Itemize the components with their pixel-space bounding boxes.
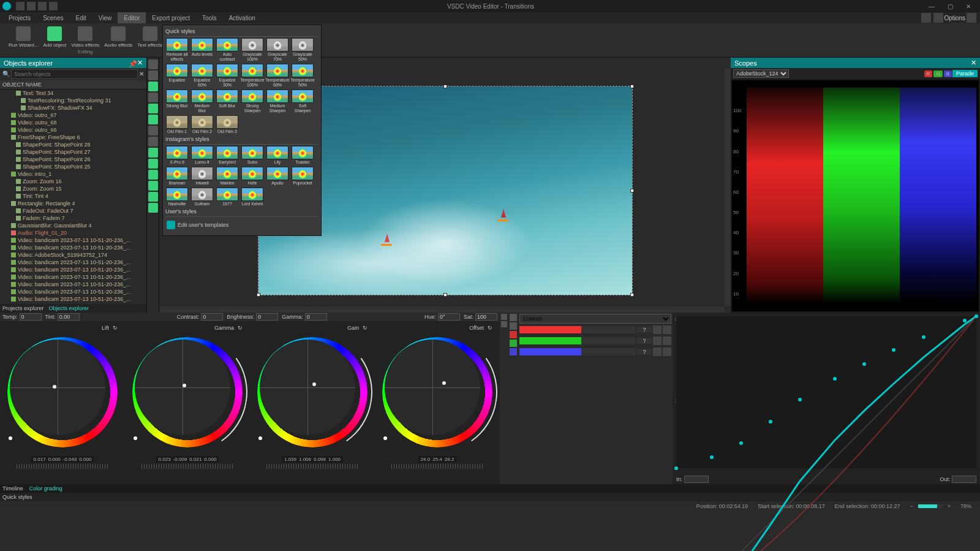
- tree-node[interactable]: ShapePoint: ShapePoint 25: [0, 163, 146, 170]
- menu-tools[interactable]: Tools: [196, 12, 222, 23]
- curve-canvas[interactable]: [676, 316, 976, 468]
- menu-projects[interactable]: Projects: [2, 12, 37, 23]
- wheel-outer-handle[interactable]: [9, 436, 12, 440]
- gear-icon[interactable]: [933, 13, 943, 23]
- reset-icon[interactable]: ↻: [238, 325, 243, 331]
- tab-projects-explorer[interactable]: Projects explorer: [2, 305, 44, 311]
- hue-input[interactable]: [438, 313, 460, 321]
- add-object-button[interactable]: Add object: [43, 26, 66, 48]
- style-thumb[interactable]: Equalize 60%: [190, 64, 214, 88]
- tint-input[interactable]: [58, 313, 80, 321]
- link-icon[interactable]: [653, 336, 662, 345]
- counter-tool-icon[interactable]: [148, 181, 158, 191]
- clear-search-icon[interactable]: ✕: [138, 69, 145, 79]
- style-thumb[interactable]: 1977: [216, 188, 239, 207]
- wheel-outer-handle[interactable]: [258, 436, 262, 440]
- reset-icon[interactable]: [663, 348, 671, 356]
- style-thumb[interactable]: Soft Blur: [216, 89, 239, 113]
- style-thumb[interactable]: Auto contrast: [216, 38, 239, 62]
- wheel-outer-handle[interactable]: [134, 436, 137, 440]
- scope-r-badge[interactable]: R: [924, 70, 933, 77]
- tree-node[interactable]: Video: bandicam 2023-07-13 10-51-20-236_…: [0, 281, 146, 288]
- tab-color-grading[interactable]: Color grading: [29, 485, 62, 492]
- tree-node[interactable]: Rectangle: Rectangle 4: [0, 200, 146, 207]
- tree-node[interactable]: ShapePoint: ShapePoint 26: [0, 156, 146, 163]
- curve-point[interactable]: [963, 319, 967, 322]
- misc-tool-icon[interactable]: [148, 192, 158, 202]
- style-thumb[interactable]: Strong Sharpen: [241, 89, 264, 113]
- layout-icon[interactable]: [921, 13, 931, 23]
- tree-node[interactable]: TextRecoloring: TextRecoloring 31: [0, 97, 146, 104]
- menu-view[interactable]: View: [92, 12, 118, 23]
- style-thumb[interactable]: Poprocket: [291, 167, 314, 186]
- curve-point[interactable]: [833, 377, 837, 381]
- horizontal-scrollbar[interactable]: [159, 306, 725, 313]
- tree-node[interactable]: ShapePoint: ShapePoint 27: [0, 148, 146, 156]
- tree-node[interactable]: Audio: Flight_01_20: [0, 229, 146, 237]
- menu-export-project[interactable]: Export project: [146, 12, 196, 23]
- panel-close-icon[interactable]: ✕: [137, 59, 143, 67]
- help-icon[interactable]: [967, 13, 976, 23]
- ellipse-tool-icon[interactable]: [148, 115, 158, 124]
- tree-node[interactable]: Video: bandicam 2023-07-13 10-51-20-236_…: [0, 295, 146, 303]
- style-thumb[interactable]: Old Film 2: [190, 115, 214, 134]
- maximize-button[interactable]: ▢: [941, 3, 959, 10]
- save-icon[interactable]: [38, 2, 47, 10]
- text-tool-icon[interactable]: [148, 126, 158, 135]
- contrast-input[interactable]: [201, 313, 223, 321]
- pen-tool-icon[interactable]: [148, 93, 158, 102]
- curve-point[interactable]: [922, 335, 925, 339]
- tree-node[interactable]: Video: outro_67: [0, 112, 146, 119]
- curve-in-input[interactable]: [684, 476, 709, 483]
- resize-handle[interactable]: [630, 293, 634, 297]
- zoom-slider[interactable]: [918, 504, 943, 508]
- wheel-slider[interactable]: [141, 464, 233, 469]
- style-thumb[interactable]: Walden: [216, 167, 239, 186]
- curve-point[interactable]: [974, 314, 978, 318]
- style-thumb[interactable]: Remove all effects: [165, 38, 189, 62]
- rect-tool-icon[interactable]: [148, 104, 158, 113]
- audio-tool-icon[interactable]: [148, 170, 158, 180]
- minimize-button[interactable]: —: [922, 3, 941, 10]
- audio-effects-button[interactable]: Audio effects: [104, 26, 132, 48]
- tree-node[interactable]: Video: outro_68: [0, 119, 146, 126]
- style-thumb[interactable]: Soft Sharpen: [291, 89, 314, 113]
- collapse-icon[interactable]: [501, 321, 507, 327]
- tab-objects-explorer[interactable]: Objects explorer: [49, 305, 89, 311]
- style-thumb[interactable]: Medium Sharpen: [266, 89, 289, 113]
- style-thumb[interactable]: Nashville: [165, 188, 189, 207]
- cursor-tool-icon[interactable]: [148, 59, 158, 69]
- blue-channel-icon[interactable]: [510, 348, 517, 355]
- run-wizard-button[interactable]: Run Wizard...: [9, 26, 38, 48]
- style-thumb[interactable]: Apollo: [266, 167, 289, 186]
- style-thumb[interactable]: X-Pro II: [165, 146, 189, 165]
- tree-node[interactable]: Video: bandicam 2023-07-13 10-51-20-236_…: [0, 244, 146, 251]
- sprite-tool-icon[interactable]: [148, 159, 158, 169]
- misc2-tool-icon[interactable]: [148, 203, 158, 213]
- green-channel-icon[interactable]: [510, 340, 517, 347]
- picker-icon[interactable]: [510, 314, 517, 321]
- column-header[interactable]: OBJECT NAME: [0, 80, 146, 89]
- style-thumb[interactable]: Temperature 60%: [266, 64, 289, 88]
- link-icon[interactable]: [653, 325, 662, 334]
- tab-timeline[interactable]: Timeline: [2, 485, 23, 492]
- resize-handle[interactable]: [257, 293, 260, 297]
- tree-node[interactable]: FadeOut: FadeOut 7: [0, 207, 146, 215]
- style-thumb[interactable]: Lord Kelvin: [241, 188, 264, 207]
- menu-editor[interactable]: Editor: [118, 12, 146, 23]
- tree-node[interactable]: Tint: Tint 4: [0, 192, 146, 200]
- tree-node[interactable]: Video: bandicam 2023-07-13 10-51-20-236_…: [0, 273, 146, 281]
- style-thumb[interactable]: Auto levels: [190, 38, 214, 62]
- reset-icon[interactable]: [663, 325, 671, 334]
- close-button[interactable]: ✕: [959, 3, 978, 10]
- scope-mode-select[interactable]: Parade: [952, 70, 978, 77]
- scope-source-select[interactable]: AdobeStock_124: [733, 69, 789, 78]
- tree-node[interactable]: Video: AdobeStock_519943752_174: [0, 251, 146, 259]
- open-icon[interactable]: [27, 2, 36, 10]
- chart-tool-icon[interactable]: [148, 148, 158, 158]
- crop-tool-icon[interactable]: [148, 70, 158, 80]
- reset-icon[interactable]: [663, 336, 671, 345]
- style-thumb[interactable]: Sutro: [241, 146, 264, 165]
- wheel-slider[interactable]: [17, 464, 108, 469]
- style-thumb[interactable]: Strong Blur: [165, 89, 189, 113]
